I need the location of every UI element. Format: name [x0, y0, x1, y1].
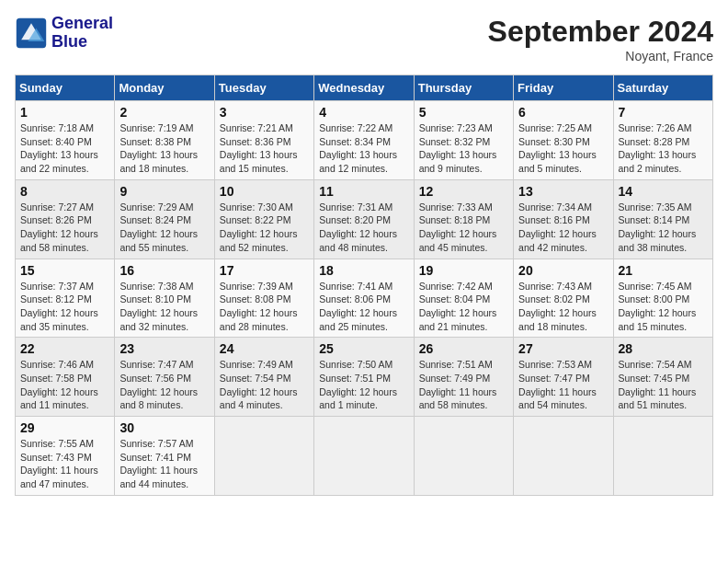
day-info: Sunrise: 7:34 AM Sunset: 8:16 PM Dayligh… [518, 201, 608, 255]
calendar-cell [314, 417, 414, 496]
day-info: Sunrise: 7:25 AM Sunset: 8:30 PM Dayligh… [518, 121, 608, 176]
page-header: General Blue September 2024 Noyant, Fran… [15, 15, 713, 63]
header-thursday: Thursday [414, 75, 513, 101]
calendar-cell: 8Sunrise: 7:27 AM Sunset: 8:26 PM Daylig… [16, 179, 115, 259]
calendar-row: 1Sunrise: 7:18 AM Sunset: 8:40 PM Daylig… [16, 101, 713, 180]
day-number: 21 [619, 263, 708, 278]
calendar-cell: 26Sunrise: 7:51 AM Sunset: 7:49 PM Dayli… [414, 338, 513, 417]
day-number: 3 [220, 105, 309, 120]
calendar-cell: 30Sunrise: 7:57 AM Sunset: 7:41 PM Dayli… [115, 417, 214, 496]
header-monday: Monday [115, 75, 214, 101]
day-number: 13 [518, 184, 608, 199]
calendar-cell: 1Sunrise: 7:18 AM Sunset: 8:40 PM Daylig… [16, 101, 115, 180]
calendar-cell: 18Sunrise: 7:41 AM Sunset: 8:06 PM Dayli… [314, 259, 414, 338]
day-info: Sunrise: 7:23 AM Sunset: 8:32 PM Dayligh… [419, 121, 508, 176]
day-number: 9 [119, 184, 209, 199]
day-info: Sunrise: 7:33 AM Sunset: 8:18 PM Dayligh… [419, 201, 508, 255]
logo: General Blue [15, 15, 113, 52]
day-number: 11 [319, 184, 408, 199]
day-info: Sunrise: 7:46 AM Sunset: 7:58 PM Dayligh… [20, 358, 109, 412]
calendar-cell: 28Sunrise: 7:54 AM Sunset: 7:45 PM Dayli… [613, 338, 712, 417]
calendar-cell: 25Sunrise: 7:50 AM Sunset: 7:51 PM Dayli… [314, 338, 414, 417]
day-number: 4 [319, 105, 408, 120]
calendar-cell: 27Sunrise: 7:53 AM Sunset: 7:47 PM Dayli… [514, 338, 613, 417]
calendar-cell: 23Sunrise: 7:47 AM Sunset: 7:56 PM Dayli… [115, 338, 214, 417]
day-info: Sunrise: 7:31 AM Sunset: 8:20 PM Dayligh… [319, 201, 408, 255]
day-info: Sunrise: 7:42 AM Sunset: 8:04 PM Dayligh… [419, 280, 508, 334]
day-number: 30 [119, 420, 209, 435]
day-info: Sunrise: 7:35 AM Sunset: 8:14 PM Dayligh… [619, 201, 708, 255]
day-number: 19 [419, 263, 508, 278]
day-number: 25 [319, 341, 408, 356]
header-sunday: Sunday [16, 75, 115, 101]
calendar-cell: 11Sunrise: 7:31 AM Sunset: 8:20 PM Dayli… [314, 179, 414, 259]
day-info: Sunrise: 7:38 AM Sunset: 8:10 PM Dayligh… [119, 280, 209, 334]
day-number: 18 [319, 263, 408, 278]
logo-line1: General [51, 15, 113, 33]
day-info: Sunrise: 7:54 AM Sunset: 7:45 PM Dayligh… [619, 358, 708, 412]
day-info: Sunrise: 7:37 AM Sunset: 8:12 PM Dayligh… [20, 280, 109, 334]
calendar-header-row: SundayMondayTuesdayWednesdayThursdayFrid… [16, 75, 713, 101]
calendar-cell: 17Sunrise: 7:39 AM Sunset: 8:08 PM Dayli… [214, 259, 313, 338]
day-info: Sunrise: 7:41 AM Sunset: 8:06 PM Dayligh… [319, 280, 408, 334]
day-number: 7 [619, 105, 708, 120]
calendar-cell: 24Sunrise: 7:49 AM Sunset: 7:54 PM Dayli… [214, 338, 313, 417]
calendar-row: 22Sunrise: 7:46 AM Sunset: 7:58 PM Dayli… [16, 338, 713, 417]
calendar-cell [214, 417, 313, 496]
day-info: Sunrise: 7:49 AM Sunset: 7:54 PM Dayligh… [220, 358, 309, 412]
day-info: Sunrise: 7:29 AM Sunset: 8:24 PM Dayligh… [119, 201, 209, 255]
calendar-body: 1Sunrise: 7:18 AM Sunset: 8:40 PM Daylig… [16, 101, 713, 496]
header-tuesday: Tuesday [214, 75, 313, 101]
day-info: Sunrise: 7:50 AM Sunset: 7:51 PM Dayligh… [319, 358, 408, 412]
day-number: 12 [419, 184, 508, 199]
day-number: 26 [419, 341, 508, 356]
calendar-cell: 20Sunrise: 7:43 AM Sunset: 8:02 PM Dayli… [514, 259, 613, 338]
day-info: Sunrise: 7:51 AM Sunset: 7:49 PM Dayligh… [419, 358, 508, 412]
day-number: 10 [220, 184, 309, 199]
day-number: 5 [419, 105, 508, 120]
title-block: September 2024 Noyant, France [488, 15, 713, 63]
calendar-cell: 3Sunrise: 7:21 AM Sunset: 8:36 PM Daylig… [214, 101, 313, 180]
day-number: 2 [119, 105, 209, 120]
calendar-cell: 19Sunrise: 7:42 AM Sunset: 8:04 PM Dayli… [414, 259, 513, 338]
day-number: 22 [20, 341, 109, 356]
header-friday: Friday [514, 75, 613, 101]
day-number: 17 [220, 263, 309, 278]
calendar-row: 15Sunrise: 7:37 AM Sunset: 8:12 PM Dayli… [16, 259, 713, 338]
calendar-cell: 12Sunrise: 7:33 AM Sunset: 8:18 PM Dayli… [414, 179, 513, 259]
day-info: Sunrise: 7:57 AM Sunset: 7:41 PM Dayligh… [119, 437, 209, 491]
calendar-cell: 22Sunrise: 7:46 AM Sunset: 7:58 PM Dayli… [16, 338, 115, 417]
calendar-cell: 10Sunrise: 7:30 AM Sunset: 8:22 PM Dayli… [214, 179, 313, 259]
calendar-cell: 21Sunrise: 7:45 AM Sunset: 8:00 PM Dayli… [613, 259, 712, 338]
day-number: 27 [518, 341, 608, 356]
day-info: Sunrise: 7:45 AM Sunset: 8:00 PM Dayligh… [619, 280, 708, 334]
header-saturday: Saturday [613, 75, 712, 101]
calendar-row: 8Sunrise: 7:27 AM Sunset: 8:26 PM Daylig… [16, 179, 713, 259]
logo-text: General Blue [51, 15, 113, 52]
calendar-cell [414, 417, 513, 496]
day-info: Sunrise: 7:27 AM Sunset: 8:26 PM Dayligh… [20, 201, 109, 255]
day-info: Sunrise: 7:22 AM Sunset: 8:34 PM Dayligh… [319, 121, 408, 176]
calendar-cell [613, 417, 712, 496]
day-number: 16 [119, 263, 209, 278]
day-info: Sunrise: 7:53 AM Sunset: 7:47 PM Dayligh… [518, 358, 608, 412]
month-title: September 2024 [488, 15, 713, 49]
day-info: Sunrise: 7:39 AM Sunset: 8:08 PM Dayligh… [220, 280, 309, 334]
day-number: 23 [119, 341, 209, 356]
header-wednesday: Wednesday [314, 75, 414, 101]
day-number: 1 [20, 105, 109, 120]
calendar-cell: 5Sunrise: 7:23 AM Sunset: 8:32 PM Daylig… [414, 101, 513, 180]
location: Noyant, France [488, 49, 713, 63]
calendar-cell: 6Sunrise: 7:25 AM Sunset: 8:30 PM Daylig… [514, 101, 613, 180]
logo-icon [15, 17, 48, 50]
calendar-cell: 15Sunrise: 7:37 AM Sunset: 8:12 PM Dayli… [16, 259, 115, 338]
day-info: Sunrise: 7:26 AM Sunset: 8:28 PM Dayligh… [619, 121, 708, 176]
calendar-cell: 9Sunrise: 7:29 AM Sunset: 8:24 PM Daylig… [115, 179, 214, 259]
day-info: Sunrise: 7:21 AM Sunset: 8:36 PM Dayligh… [220, 121, 309, 176]
day-number: 6 [518, 105, 608, 120]
day-info: Sunrise: 7:19 AM Sunset: 8:38 PM Dayligh… [119, 121, 209, 176]
day-info: Sunrise: 7:55 AM Sunset: 7:43 PM Dayligh… [20, 437, 109, 491]
calendar-cell: 14Sunrise: 7:35 AM Sunset: 8:14 PM Dayli… [613, 179, 712, 259]
day-number: 8 [20, 184, 109, 199]
day-number: 15 [20, 263, 109, 278]
